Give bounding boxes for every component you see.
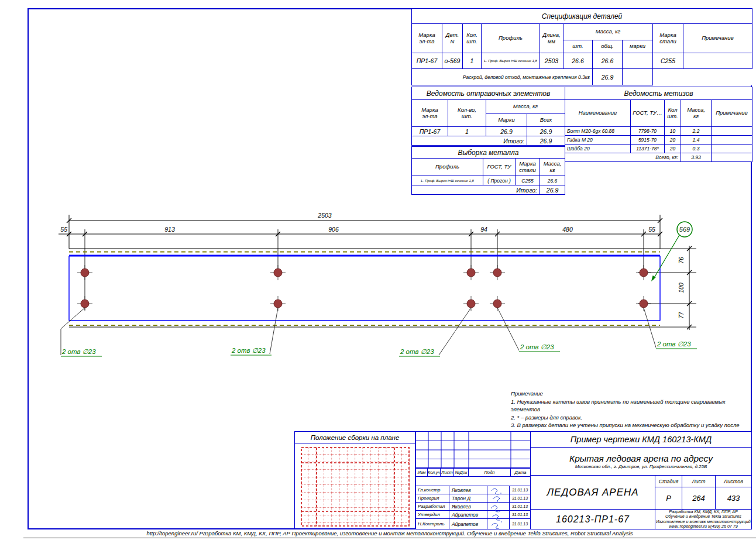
dim-seg: 94 — [480, 226, 487, 233]
sign-name: Айрапетов — [449, 518, 487, 529]
drawing-sheet: { "spec": { "title": "Спецификация детал… — [0, 0, 756, 540]
metal-col-gost: ГОСТ, ТУ — [483, 159, 516, 176]
spec-val-note — [683, 53, 752, 69]
revision-grid — [415, 431, 531, 468]
sign-date: 31.01.13 — [509, 502, 531, 511]
hardware-name: Болт М20-6gх 60.88 — [565, 127, 631, 136]
dim-seg: 906 — [328, 226, 339, 233]
spec-col-mass: Масса, кг — [563, 24, 653, 40]
title-block: Изм Кол.уч Лист №Док Подп Дата Гл.констр… — [415, 431, 752, 529]
sheet-value: 264 — [682, 487, 716, 510]
hardware-gost: 5915-70 — [631, 136, 665, 145]
spec-val-det: о-569 — [442, 53, 463, 69]
spec-col-qty: Кол. шт. — [463, 24, 482, 53]
spec-val-mark: ПР1-67 — [412, 53, 442, 69]
dimension-labels: 2503 55 913 906 94 480 55 76 100 77 — [60, 212, 685, 319]
dim-seg: 480 — [562, 226, 573, 233]
dimension-lines — [59, 215, 696, 330]
rev-header-ndok: №Док — [453, 468, 469, 477]
spec-col-mass-marks: марки — [623, 40, 653, 53]
metal-total-label: Итого: — [412, 185, 540, 195]
shipping-val-marks: 26.9 — [486, 127, 527, 136]
note-line: 1. Неуказанные катеты швов принимать по … — [511, 398, 751, 414]
sign-name: Тарон Д — [449, 494, 487, 503]
notes-title: Примечание — [511, 390, 751, 398]
table-row: Итого: 26.9 — [412, 185, 565, 195]
document-title: Пример чертежи КМД 160213-КМД — [530, 431, 752, 448]
shipping-val-mark: ПР1-67 — [412, 127, 448, 136]
sign-role: Утвердил — [415, 510, 449, 519]
table-row: Болт М20-6gх 60.88 7798-70 10 2.2 — [565, 127, 752, 136]
hardware-note — [712, 136, 752, 145]
sheet-bottom-edge — [23, 538, 756, 538]
sign-date: 31.01.13 — [509, 510, 531, 519]
table-row: Шайба 20 11371-78* 20 0.3 — [565, 145, 752, 153]
spec-col-mass-pc: шт. — [563, 40, 593, 53]
dim-vertical: 77 — [678, 311, 685, 319]
metal-col-steel: Марка стали — [516, 159, 540, 176]
sign-date: 31.01.13 — [509, 486, 531, 494]
project-title: Крытая ледовая арена по адресу — [569, 453, 713, 464]
hardware-col-mass: Масса, кг — [681, 100, 712, 127]
rev-header-koluch: Кол.уч — [427, 468, 441, 477]
hardware-gost: 7798-70 — [631, 127, 665, 136]
revision-grid-lines — [416, 432, 530, 467]
metal-val-mass: 26.6 — [540, 176, 565, 185]
metal-col-profile: Профиль — [412, 159, 483, 176]
hole-callouts: 2 отв ∅23 2 отв ∅23 2 отв ∅23 2 отв ∅23 … — [61, 340, 697, 356]
object-name: ЛЕДОВАЯ АРЕНА — [530, 475, 655, 510]
document-number: 160213-ПР1-67 — [530, 509, 655, 529]
spec-val-mass-marks — [623, 53, 653, 69]
hardware-name: Гайка М 20 — [565, 136, 631, 145]
hardware-qty: 10 — [665, 127, 681, 136]
table-row: Всего, кг: 3.93 — [565, 153, 752, 162]
sign-date: 31.01.13 — [509, 494, 531, 503]
shipping-col-mass: Масса, кг — [486, 100, 565, 114]
metal-total-value: 26.9 — [540, 185, 565, 195]
spec-val-profile: L- Проф. Вырез t=Ш сечение 1,8 — [482, 53, 540, 69]
dim-seg: 55 — [60, 226, 67, 233]
footer-text: http://topengineer.ru/ Разработка КМ, КМ… — [28, 530, 752, 536]
table-row: Гайка М 20 5915-70 20 1.4 — [565, 136, 752, 145]
sign-role: Н.Контроль — [415, 518, 449, 529]
sign-name: Яковлев — [449, 502, 487, 511]
sheet-label: Лист — [682, 475, 716, 487]
note-line: 2. * – размеры для справок. — [511, 414, 751, 422]
spec-val-steel: С255 — [653, 53, 683, 69]
sheets-label: Листов — [715, 475, 752, 487]
shipping-col-all: Всех — [527, 114, 565, 127]
metal-val-gost: ( Прогон ) — [483, 176, 516, 185]
spec-val-mass-pc: 26.6 — [563, 53, 593, 69]
shipping-table: Ведомость отправочных элементов Марка эл… — [411, 87, 565, 146]
rev-header-list: Лист — [440, 468, 454, 477]
spec-footer-empty — [623, 69, 653, 85]
rev-header-data: Дата — [510, 468, 531, 477]
hardware-col-qty: Кол шт. — [665, 100, 681, 127]
spec-col-mass-total: общ. — [593, 40, 623, 53]
hardware-mass: 0.3 — [681, 145, 712, 153]
plan-grid — [301, 447, 410, 527]
project-address: Московская обл., г. Дмитров, ул. Професс… — [575, 464, 707, 469]
stage-label: Стадия — [655, 475, 682, 487]
table-row: Итого: 26.9 — [412, 136, 565, 146]
beam-drawing: 2503 55 913 906 94 480 55 76 100 77 — [23, 205, 756, 386]
sign-name: Айрапетов — [449, 510, 487, 519]
spec-title: Спецификация деталей — [412, 9, 752, 24]
shipping-title: Ведомость отправочных элементов — [412, 87, 565, 100]
shipping-col-marks: Марки — [486, 114, 527, 127]
hardware-qty: 20 — [665, 136, 681, 145]
shipping-total-value: 26.9 — [527, 136, 565, 146]
sign-role: Гл.констр — [415, 486, 449, 494]
stage-value: Р — [655, 487, 682, 510]
hardware-gost: 11371-78* — [631, 145, 665, 153]
hardware-total-value: 3.93 — [681, 153, 712, 162]
hole-callout: 2 отв ∅23 — [61, 348, 96, 355]
hardware-mass: 2.2 — [681, 127, 712, 136]
hardware-table: Ведомость метизов Наименование ГОСТ, ТУ…… — [565, 87, 752, 162]
hardware-note — [712, 145, 752, 153]
hole-callout: 2 отв ∅23 — [231, 347, 266, 354]
hole-callout-leaders — [61, 308, 656, 355]
signature-scribbles — [488, 485, 508, 529]
spec-val-mass-total: 26.6 — [593, 53, 623, 69]
spec-footer-value: 26.9 — [593, 69, 623, 85]
